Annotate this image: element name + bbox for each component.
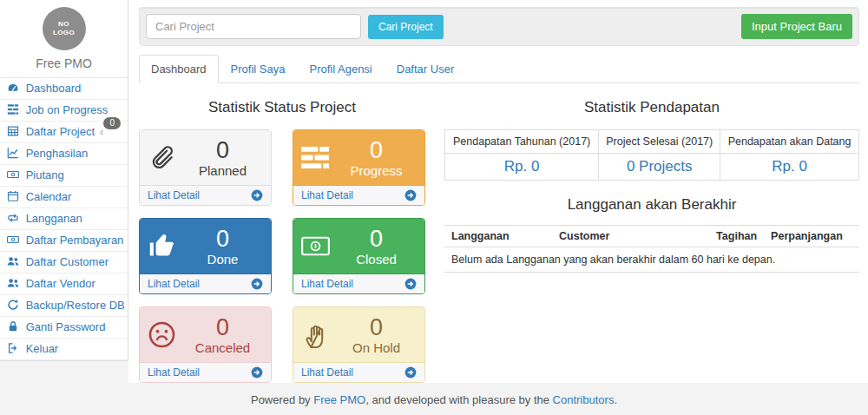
sidebar-item-backup-restore-db[interactable]: Backup/Restore DB: [0, 295, 128, 317]
contributors-link[interactable]: Contributors: [553, 393, 615, 406]
sidebar-item-ganti-password[interactable]: Ganti Password: [0, 317, 128, 339]
footer-text: , and developed with pleasure by the: [365, 393, 552, 406]
subscription-header: Customer: [552, 226, 709, 247]
card-body: 0 Done: [140, 219, 271, 273]
status-card-on-hold: 0 On Hold Lihat Detail: [293, 306, 425, 383]
hand-icon: [301, 320, 336, 349]
tab-daftar-user[interactable]: Daftar User: [385, 55, 466, 83]
status-label: Done: [182, 252, 263, 267]
status-label: On Hold: [336, 340, 417, 355]
sidebar-item-langganan[interactable]: Langganan: [0, 208, 128, 230]
status-card-closed: 0 Closed Lihat Detail: [293, 218, 425, 294]
income-section-title: Statistik Pendapatan: [444, 99, 859, 116]
subscription-empty-row: Belum ada Langganan yang akan berakhir d…: [444, 247, 859, 273]
card-text: 0 Closed: [336, 227, 417, 267]
income-header: Pendapatan Tahunan (2017): [445, 130, 599, 154]
lihat-detail-link[interactable]: Lihat Detail: [293, 362, 424, 382]
subscription-section-title: Langganan akan Berakhir: [444, 196, 859, 214]
sidebar-item-label: Penghasilan: [26, 147, 89, 160]
income-value: Rp. 0: [720, 154, 859, 181]
free-pmo-link[interactable]: Free PMO: [313, 393, 365, 406]
tab-profil-agensi[interactable]: Profil Agensi: [297, 55, 384, 83]
tasks-icon: [301, 143, 336, 172]
thumbs-up-icon: [148, 232, 182, 260]
search-input[interactable]: [146, 14, 361, 39]
lihat-detail-label: Lihat Detail: [148, 366, 200, 379]
paperclip-icon: [148, 143, 182, 172]
lihat-detail-link[interactable]: Lihat Detail: [140, 362, 271, 382]
sidebar-item-calendar[interactable]: Calendar: [0, 187, 128, 208]
status-cards: 0 Planned Lihat Detail: [139, 129, 425, 383]
status-card-canceled: 0 Canceled Lihat Detail: [139, 306, 272, 383]
no-logo-text: NO LOGO: [52, 20, 76, 38]
lihat-detail-link[interactable]: Lihat Detail: [140, 273, 271, 293]
income-header: Project Selesai (2017): [599, 130, 720, 154]
income-table: Pendapatan Tahunan (2017) Project Selesa…: [444, 129, 859, 181]
subscription-empty-message: Belum ada Langganan yang akan berakhir d…: [444, 247, 859, 273]
sidebar-item-dashboard[interactable]: Dashboard: [0, 78, 128, 100]
lihat-detail-link[interactable]: Lihat Detail: [293, 185, 424, 205]
sidebar-item-label: Backup/Restore DB: [26, 299, 125, 312]
lihat-detail-link[interactable]: Lihat Detail: [293, 273, 424, 293]
sidebar-item-label: Daftar Project: [26, 125, 95, 138]
page: NO LOGO Free PMO Dashboard Job on Progre…: [0, 0, 868, 383]
lihat-detail-label: Lihat Detail: [301, 366, 353, 379]
arrow-circle-right-icon: [404, 189, 417, 201]
page-footer: Powered by Free PMO, and developed with …: [0, 383, 868, 415]
arrow-circle-right-icon: [404, 278, 417, 290]
tab-profil-saya[interactable]: Profil Saya: [219, 55, 298, 83]
status-label: Canceled: [182, 340, 263, 355]
sidebar-item-daftar-vendor[interactable]: Daftar Vendor: [0, 273, 128, 295]
card-text: 0 Progress: [336, 138, 417, 178]
card-body: 0 Progress: [293, 130, 424, 185]
tab-dashboard[interactable]: Dashboard: [139, 55, 219, 83]
tab-bar: Dashboard Profil Saya Profil Agensi Daft…: [139, 55, 859, 83]
sidebar-item-job-on-progress[interactable]: Job on Progress 0: [0, 100, 128, 122]
status-card-planned: 0 Planned Lihat Detail: [139, 129, 272, 206]
subscription-header: Perpanjangan: [764, 226, 859, 247]
sidebar-item-label: Daftar Vendor: [26, 277, 95, 290]
money-bill-icon: [301, 232, 336, 260]
card-text: 0 Canceled: [182, 315, 263, 355]
new-project-button[interactable]: Input Project Baru: [741, 14, 852, 39]
lihat-detail-link[interactable]: Lihat Detail: [140, 185, 271, 205]
sidebar-item-daftar-pembayaran[interactable]: Daftar Pembayaran: [0, 230, 128, 252]
subscription-header: Langganan: [444, 226, 552, 247]
card-text: 0 Planned: [182, 138, 263, 178]
search-bar: Cari Project Input Project Baru: [139, 7, 859, 46]
frown-icon: [148, 320, 182, 349]
sidebar-item-keluar[interactable]: Keluar: [0, 339, 128, 360]
footer-text: .: [614, 393, 617, 406]
status-card-done: 0 Done Lihat Detail: [139, 218, 272, 294]
income-header-row: Pendapatan Tahunan (2017) Project Selesa…: [445, 130, 859, 154]
card-text: 0 On Hold: [336, 315, 417, 355]
table-icon: [7, 125, 19, 137]
sidebar-item-piutang[interactable]: Piutang: [0, 165, 128, 187]
lihat-detail-label: Lihat Detail: [148, 278, 200, 290]
chevron-left-icon: ‹: [100, 125, 103, 138]
subscription-header: Tagihan: [709, 226, 764, 247]
sidebar-item-label: Job on Progress: [26, 103, 108, 116]
sidebar-item-label: Ganti Password: [26, 320, 106, 333]
job-count-badge: 0: [103, 117, 121, 129]
footer-text: Powered by: [251, 393, 313, 406]
calendar-icon: [7, 190, 19, 202]
card-body: 0 Closed: [293, 219, 424, 273]
arrow-circle-right-icon: [251, 278, 263, 290]
status-count: 0: [336, 227, 417, 252]
search-button[interactable]: Cari Project: [368, 15, 444, 39]
sidebar-item-daftar-customer[interactable]: Daftar Customer: [0, 252, 128, 273]
sidebar-item-label: Keluar: [26, 342, 59, 355]
income-value: 0 Projects: [599, 154, 720, 181]
lihat-detail-label: Lihat Detail: [148, 189, 200, 201]
brand-name: Free PMO: [0, 50, 128, 77]
card-body: 0 Planned: [140, 130, 271, 185]
dashboard-icon: [7, 82, 19, 94]
income-value-row: Rp. 0 0 Projects Rp. 0: [445, 154, 859, 181]
subscription-table: Langganan Customer Tagihan Perpanjangan …: [444, 225, 859, 273]
sidebar-menu: Dashboard Job on Progress 0 Daftar Proje…: [0, 78, 128, 360]
refresh-icon: [7, 299, 19, 311]
logo-block: NO LOGO Free PMO: [0, 0, 128, 78]
sidebar-item-penghasilan[interactable]: Penghasilan: [0, 143, 128, 165]
sidebar-item-label: Langganan: [26, 212, 82, 225]
